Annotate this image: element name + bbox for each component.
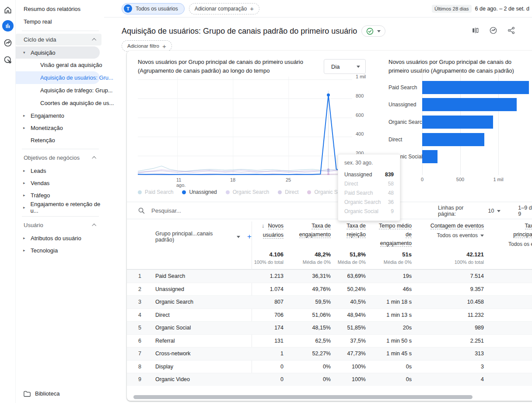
date-range-preset[interactable]: Últimos 28 dias [432,5,472,13]
table-row[interactable]: 7Cross-network152,27%47,73%1 min 45 s313 [127,347,532,360]
explore-icon[interactable] [2,37,14,49]
total-users-sub: 100% do total [252,259,284,265]
all-users-chip[interactable]: T Todos os usuários [122,3,185,14]
legend-label: Organic Search [233,189,269,195]
x-tick-sub: ago. [176,182,186,188]
date-range-picker[interactable]: Últimos 28 dias 6 de ago. – 2 de set. d [432,0,529,18]
sidebar-item-acquisition-overview[interactable]: Visão geral da aquisição [16,59,104,71]
table-row[interactable]: 6Referral13162,5%37,5%1 min 50 s2.251 [127,334,532,347]
advertising-icon[interactable] [2,54,14,66]
events-cell: 989 [412,325,484,331]
horizontal-scrollbar[interactable] [133,395,472,399]
bar-chart[interactable]: Paid Search Unassigned Organic Search Di… [388,79,532,165]
sidebar-item-snapshot[interactable]: Resumo dos relatórios [16,3,104,15]
column-header-engagement-rate[interactable]: Taxa de engajamento [284,221,331,249]
home-icon[interactable] [2,4,14,16]
sidebar-item-acquisition[interactable]: ▾ Aquisição [16,46,100,59]
sidebar-item-user-acquisition[interactable]: Aquisição de usuários: Gru... [16,71,100,84]
rows-per-page-select[interactable]: 10 [488,208,500,214]
channel-cell[interactable]: Display [144,364,252,370]
table-row[interactable]: 4Direct70651,06%48,94%1 min 13 s11.232 [127,308,532,322]
bar[interactable] [422,116,493,129]
events-cell: 7.514 [412,273,484,279]
column-header-avg-engagement-time[interactable]: Tempo médio de engajamento [366,221,412,249]
insights-icon[interactable] [489,26,497,35]
sidebar-item-engagement-retention[interactable]: ▸ Engajamento e retenção de u... [16,201,104,214]
total-events: 42.121 [412,251,484,258]
edit-comparison-icon[interactable] [471,26,480,35]
table-row[interactable]: 1Paid Search1.21336,31%63,69%19s7.514 [127,270,532,283]
legend-item-paid-search[interactable]: Paid Search [138,189,173,195]
table-row[interactable]: 3Organic Search80759,5%40,5%1 min 18 s10… [127,295,532,308]
chevron-up-icon [92,38,96,42]
events-cell: 9.357 [412,286,484,292]
table-row[interactable]: 2Unassigned1.07449,76%50,24%46s9.357 [127,283,532,296]
sidebar-item-leads[interactable]: ▸ Leads [16,165,104,177]
line-chart[interactable] [138,77,352,175]
bar[interactable] [422,133,484,146]
column-header-event-count[interactable]: Contagem de eventosTodos os eventos [412,221,484,249]
section-lifecycle[interactable]: Ciclo de vida [16,34,102,46]
event-filter-select[interactable]: Todos os eventos [412,231,484,240]
section-business-objectives[interactable]: Objetivos de negócios [16,152,102,164]
library-button[interactable]: Biblioteca [24,390,60,397]
sidebar-item-traffic[interactable]: ▸ Tráfego [16,189,104,201]
channel-cell[interactable]: Organic Social [144,325,252,331]
section-user[interactable]: Usuário [16,219,102,231]
table-row[interactable]: 9Organic Video00%100%0s4 [127,373,532,386]
rows-per-page-label: Linhas por página: [438,205,480,217]
chart-tooltip: sex. 30 ago. Unassigned839 Direct58 Paid… [338,154,400,221]
pagination: Linhas por página: 10 1–9 de 9 [438,202,532,220]
sidebar-item-cohorts[interactable]: Coortes de aquisição de us... [16,97,104,109]
sidebar-item-label: Monetização [31,125,63,131]
sidebar-item-monetization[interactable]: ▸ Monetização [16,122,104,134]
bar-row: Organic Social [388,148,532,165]
total-users: 4.106 [252,251,284,258]
sidebar-item-realtime[interactable]: Tempo real [16,15,104,28]
channel-cell[interactable]: Organic Search [144,299,252,305]
add-comparison-button[interactable]: Adicionar comparação + [189,3,259,14]
bar[interactable] [422,81,529,94]
channel-cell[interactable]: Organic Video [144,376,252,382]
column-header-key-events-rate[interactable]: Taxa principaisTodos os ev [484,221,532,249]
channel-cell[interactable]: Referral [144,338,252,344]
engagement-cell: 36,31% [284,273,331,279]
dimension-select[interactable]: Grupo principal...canais padrão) + [127,221,252,249]
column-header-bounce-rate[interactable]: Taxa de rejeição [331,221,366,249]
legend-item-unassigned[interactable]: Unassigned [182,189,217,195]
x-tick: 11 [176,177,181,182]
sidebar-item-sales[interactable]: ▸ Vendas [16,177,104,189]
key-event-filter-select[interactable]: Todos os ev [503,240,532,249]
search-input[interactable] [151,207,283,214]
legend-item-direct[interactable]: Direct [278,189,298,195]
data-quality-pill[interactable] [361,25,385,37]
events-cell: 10.458 [412,299,484,305]
channel-cell[interactable]: Unassigned [144,286,252,292]
tooltip-value: 36 [388,198,394,207]
legend-item-organic-search[interactable]: Organic Search [226,189,269,195]
channel-cell[interactable]: Cross-network [144,350,252,357]
granularity-select[interactable]: Dia [324,59,366,74]
events-cell: 4 [412,376,484,382]
sidebar-item-traffic-acquisition[interactable]: Aquisição de tráfego: Grup... [16,84,104,97]
table-row[interactable]: 8Display00%100%0s3 [127,360,532,373]
reports-icon[interactable] [2,20,14,32]
sidebar-item-label: Vendas [31,180,49,186]
sidebar-item-retention[interactable]: Retenção [16,134,104,146]
channel-cell[interactable]: Paid Search [144,273,252,279]
engagement-cell: 52,27% [284,350,331,357]
line-chart-title: Novos usuários por Grupo principal de ca… [138,58,324,75]
table-row[interactable]: 5Organic Social17448,15%51,85%20s989 [127,321,532,334]
share-icon[interactable] [507,26,515,35]
channel-cell[interactable]: Direct [144,312,252,318]
add-filter-button[interactable]: Adicionar filtro + [122,40,172,52]
add-dimension-button[interactable]: + [247,232,252,241]
sidebar-item-tech[interactable]: ▸ Tecnologia [16,244,104,256]
bar[interactable] [422,150,438,163]
granularity-value: Dia [331,63,340,70]
all-users-label: Todos os usuários [136,6,178,12]
sidebar-item-user-attributes[interactable]: ▸ Atributos do usuário [16,232,104,244]
bar[interactable] [422,98,517,111]
column-header-users[interactable]: ↓Novos usuários [252,221,284,249]
sidebar-item-engagement[interactable]: ▸ Engajamento [16,109,104,122]
